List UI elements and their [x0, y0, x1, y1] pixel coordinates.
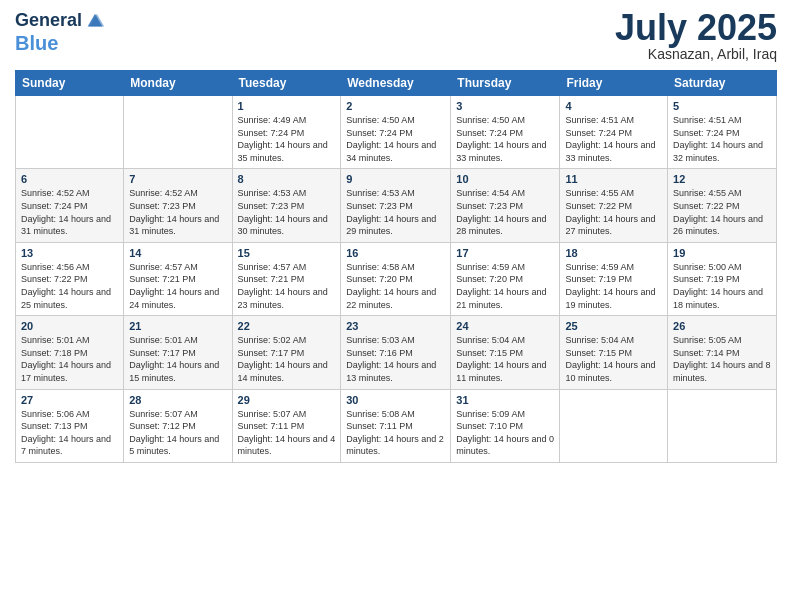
- calendar-cell: 13 Sunrise: 4:56 AM Sunset: 7:22 PM Dayl…: [16, 242, 124, 315]
- day-number: 5: [673, 100, 771, 112]
- day-info: Sunrise: 5:04 AM Sunset: 7:15 PM Dayligh…: [565, 334, 662, 384]
- sunrise-text: Sunrise: 5:01 AM: [129, 335, 198, 345]
- sunrise-text: Sunrise: 5:05 AM: [673, 335, 742, 345]
- calendar-cell: 23 Sunrise: 5:03 AM Sunset: 7:16 PM Dayl…: [341, 316, 451, 389]
- daylight-text: Daylight: 14 hours and 28 minutes.: [456, 214, 546, 237]
- sunset-text: Sunset: 7:21 PM: [238, 274, 305, 284]
- calendar-cell: 30 Sunrise: 5:08 AM Sunset: 7:11 PM Dayl…: [341, 389, 451, 462]
- day-info: Sunrise: 4:59 AM Sunset: 7:19 PM Dayligh…: [565, 261, 662, 311]
- calendar-week-row: 20 Sunrise: 5:01 AM Sunset: 7:18 PM Dayl…: [16, 316, 777, 389]
- sunrise-text: Sunrise: 4:57 AM: [129, 262, 198, 272]
- day-number: 13: [21, 247, 118, 259]
- daylight-text: Daylight: 14 hours and 35 minutes.: [238, 140, 328, 163]
- day-info: Sunrise: 5:05 AM Sunset: 7:14 PM Dayligh…: [673, 334, 771, 384]
- day-info: Sunrise: 5:04 AM Sunset: 7:15 PM Dayligh…: [456, 334, 554, 384]
- calendar-cell: [16, 96, 124, 169]
- daylight-text: Daylight: 14 hours and 31 minutes.: [129, 214, 219, 237]
- calendar-cell: 20 Sunrise: 5:01 AM Sunset: 7:18 PM Dayl…: [16, 316, 124, 389]
- sunrise-text: Sunrise: 5:09 AM: [456, 409, 525, 419]
- title-area: July 2025 Kasnazan, Arbil, Iraq: [615, 10, 777, 62]
- sunset-text: Sunset: 7:11 PM: [346, 421, 413, 431]
- sunrise-text: Sunrise: 5:00 AM: [673, 262, 742, 272]
- calendar-week-row: 27 Sunrise: 5:06 AM Sunset: 7:13 PM Dayl…: [16, 389, 777, 462]
- sunset-text: Sunset: 7:12 PM: [129, 421, 196, 431]
- day-info: Sunrise: 4:56 AM Sunset: 7:22 PM Dayligh…: [21, 261, 118, 311]
- day-info: Sunrise: 4:50 AM Sunset: 7:24 PM Dayligh…: [456, 114, 554, 164]
- sunrise-text: Sunrise: 5:07 AM: [129, 409, 198, 419]
- calendar-cell: 27 Sunrise: 5:06 AM Sunset: 7:13 PM Dayl…: [16, 389, 124, 462]
- day-info: Sunrise: 4:53 AM Sunset: 7:23 PM Dayligh…: [238, 187, 336, 237]
- day-info: Sunrise: 4:51 AM Sunset: 7:24 PM Dayligh…: [565, 114, 662, 164]
- sunrise-text: Sunrise: 5:03 AM: [346, 335, 415, 345]
- calendar-cell: 15 Sunrise: 4:57 AM Sunset: 7:21 PM Dayl…: [232, 242, 341, 315]
- calendar-cell: 29 Sunrise: 5:07 AM Sunset: 7:11 PM Dayl…: [232, 389, 341, 462]
- sunset-text: Sunset: 7:24 PM: [565, 128, 632, 138]
- daylight-text: Daylight: 14 hours and 4 minutes.: [238, 434, 336, 457]
- sunset-text: Sunset: 7:20 PM: [346, 274, 413, 284]
- day-number: 8: [238, 173, 336, 185]
- day-number: 29: [238, 394, 336, 406]
- daylight-text: Daylight: 14 hours and 34 minutes.: [346, 140, 436, 163]
- day-number: 4: [565, 100, 662, 112]
- calendar-cell: 8 Sunrise: 4:53 AM Sunset: 7:23 PM Dayli…: [232, 169, 341, 242]
- day-info: Sunrise: 4:58 AM Sunset: 7:20 PM Dayligh…: [346, 261, 445, 311]
- day-number: 12: [673, 173, 771, 185]
- sunrise-text: Sunrise: 4:56 AM: [21, 262, 90, 272]
- sunrise-text: Sunrise: 4:53 AM: [346, 188, 415, 198]
- day-number: 17: [456, 247, 554, 259]
- sunrise-text: Sunrise: 4:52 AM: [21, 188, 90, 198]
- header-monday: Monday: [124, 71, 232, 96]
- day-number: 22: [238, 320, 336, 332]
- daylight-text: Daylight: 14 hours and 14 minutes.: [238, 360, 328, 383]
- daylight-text: Daylight: 14 hours and 31 minutes.: [21, 214, 111, 237]
- sunset-text: Sunset: 7:24 PM: [346, 128, 413, 138]
- calendar-cell: 18 Sunrise: 4:59 AM Sunset: 7:19 PM Dayl…: [560, 242, 668, 315]
- sunset-text: Sunset: 7:22 PM: [565, 201, 632, 211]
- daylight-text: Daylight: 14 hours and 30 minutes.: [238, 214, 328, 237]
- sunrise-text: Sunrise: 4:50 AM: [346, 115, 415, 125]
- header-wednesday: Wednesday: [341, 71, 451, 96]
- calendar-cell: 2 Sunrise: 4:50 AM Sunset: 7:24 PM Dayli…: [341, 96, 451, 169]
- calendar-cell: 22 Sunrise: 5:02 AM Sunset: 7:17 PM Dayl…: [232, 316, 341, 389]
- daylight-text: Daylight: 14 hours and 24 minutes.: [129, 287, 219, 310]
- daylight-text: Daylight: 14 hours and 10 minutes.: [565, 360, 655, 383]
- day-info: Sunrise: 4:53 AM Sunset: 7:23 PM Dayligh…: [346, 187, 445, 237]
- sunrise-text: Sunrise: 4:54 AM: [456, 188, 525, 198]
- day-info: Sunrise: 4:49 AM Sunset: 7:24 PM Dayligh…: [238, 114, 336, 164]
- weekday-header-row: Sunday Monday Tuesday Wednesday Thursday…: [16, 71, 777, 96]
- day-info: Sunrise: 5:03 AM Sunset: 7:16 PM Dayligh…: [346, 334, 445, 384]
- header-thursday: Thursday: [451, 71, 560, 96]
- day-number: 11: [565, 173, 662, 185]
- day-info: Sunrise: 5:09 AM Sunset: 7:10 PM Dayligh…: [456, 408, 554, 458]
- sunrise-text: Sunrise: 4:57 AM: [238, 262, 307, 272]
- daylight-text: Daylight: 14 hours and 29 minutes.: [346, 214, 436, 237]
- day-number: 25: [565, 320, 662, 332]
- sunrise-text: Sunrise: 5:01 AM: [21, 335, 90, 345]
- day-number: 14: [129, 247, 226, 259]
- sunrise-text: Sunrise: 5:04 AM: [456, 335, 525, 345]
- day-info: Sunrise: 4:52 AM Sunset: 7:24 PM Dayligh…: [21, 187, 118, 237]
- sunset-text: Sunset: 7:18 PM: [21, 348, 88, 358]
- sunrise-text: Sunrise: 4:51 AM: [565, 115, 634, 125]
- daylight-text: Daylight: 14 hours and 2 minutes.: [346, 434, 444, 457]
- day-number: 30: [346, 394, 445, 406]
- daylight-text: Daylight: 14 hours and 26 minutes.: [673, 214, 763, 237]
- calendar-cell: 6 Sunrise: 4:52 AM Sunset: 7:24 PM Dayli…: [16, 169, 124, 242]
- sunrise-text: Sunrise: 4:49 AM: [238, 115, 307, 125]
- header-saturday: Saturday: [668, 71, 777, 96]
- day-info: Sunrise: 4:54 AM Sunset: 7:23 PM Dayligh…: [456, 187, 554, 237]
- calendar-week-row: 13 Sunrise: 4:56 AM Sunset: 7:22 PM Dayl…: [16, 242, 777, 315]
- day-info: Sunrise: 5:02 AM Sunset: 7:17 PM Dayligh…: [238, 334, 336, 384]
- sunset-text: Sunset: 7:15 PM: [456, 348, 523, 358]
- daylight-text: Daylight: 14 hours and 7 minutes.: [21, 434, 111, 457]
- sunrise-text: Sunrise: 5:07 AM: [238, 409, 307, 419]
- logo-blue-text: Blue: [15, 32, 58, 54]
- daylight-text: Daylight: 14 hours and 22 minutes.: [346, 287, 436, 310]
- day-number: 18: [565, 247, 662, 259]
- logo: General Blue: [15, 10, 106, 54]
- day-info: Sunrise: 5:08 AM Sunset: 7:11 PM Dayligh…: [346, 408, 445, 458]
- day-number: 15: [238, 247, 336, 259]
- logo-text: General: [15, 11, 82, 31]
- day-info: Sunrise: 4:57 AM Sunset: 7:21 PM Dayligh…: [129, 261, 226, 311]
- sunset-text: Sunset: 7:11 PM: [238, 421, 305, 431]
